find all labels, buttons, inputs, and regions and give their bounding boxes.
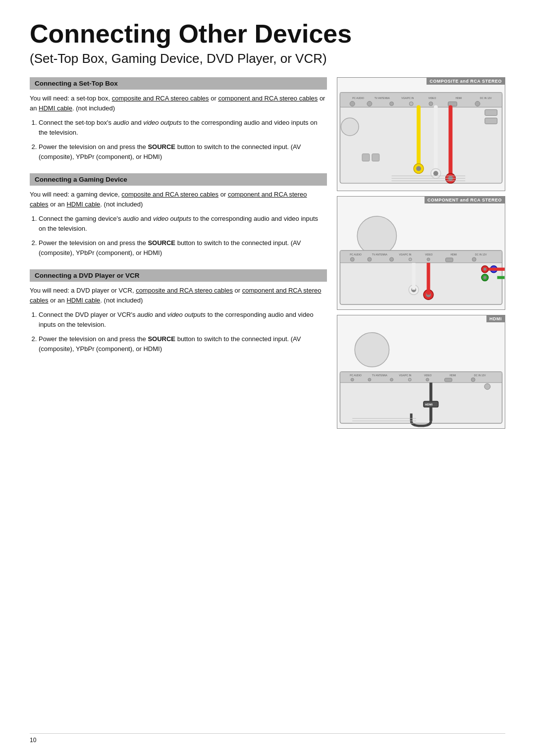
svg-text:PC AUDIO: PC AUDIO <box>352 97 364 100</box>
svg-text:VGA/PC IN: VGA/PC IN <box>401 97 414 100</box>
svg-point-8 <box>350 101 355 106</box>
page-subtitle: (Set-Top Box, Gaming Device, DVD Player,… <box>30 51 505 66</box>
svg-point-47 <box>472 257 476 261</box>
section-intro-dvd-vcr: You will need: a DVD player or VCR, comp… <box>30 286 327 305</box>
left-column: Connecting a Set-Top Box You will need: … <box>30 77 327 365</box>
svg-point-72 <box>351 378 354 381</box>
diagram-component-rca: COMPONENT and RCA STEREO PC AUDIO TV ANT… <box>337 196 505 310</box>
svg-point-74 <box>390 378 393 381</box>
svg-point-43 <box>390 257 394 261</box>
svg-point-12 <box>429 102 433 106</box>
step-2-set-top-box: Power the television on and press the SO… <box>39 142 327 161</box>
svg-rect-28 <box>372 154 379 161</box>
svg-point-41 <box>350 257 354 261</box>
svg-text:DC IN 12V: DC IN 12V <box>475 253 487 256</box>
svg-rect-27 <box>362 154 370 161</box>
section-intro-set-top-box: You will need: a set-top box, composite … <box>30 94 327 113</box>
svg-point-11 <box>409 102 413 106</box>
svg-text:PC AUDIO: PC AUDIO <box>350 374 362 377</box>
diagram-hdmi: HDMI PC AUDIO TV ANTENNA VGA/PC IN VIDEO… <box>337 315 505 429</box>
svg-text:HDMI: HDMI <box>449 374 456 377</box>
svg-text:VGA/PC IN: VGA/PC IN <box>399 253 411 256</box>
diagram-label-3: HDMI <box>486 315 505 322</box>
svg-point-49 <box>483 268 486 271</box>
svg-point-9 <box>367 101 372 106</box>
steps-gaming-device: Connect the gaming device's audio and vi… <box>39 214 327 257</box>
step-1-set-top-box: Connect the set-top box's audio and vide… <box>39 118 327 137</box>
svg-point-32 <box>357 216 396 255</box>
svg-point-44 <box>409 258 412 261</box>
page-title: Connecting Other Devices <box>30 20 505 48</box>
svg-point-42 <box>368 257 372 261</box>
page-number: 10 <box>30 737 36 744</box>
section-header-gaming-device: Connecting a Gaming Device <box>30 173 327 186</box>
svg-rect-15 <box>485 110 497 116</box>
svg-point-78 <box>471 378 475 382</box>
diagram-svg-3: PC AUDIO TV ANTENNA VGA/PC IN VIDEO HDMI… <box>337 315 505 428</box>
svg-point-20 <box>416 166 421 171</box>
section-header-dvd-vcr: Connecting a DVD Player or VCR <box>30 269 327 282</box>
steps-dvd-vcr: Connect the DVD player or VCR's audio an… <box>39 310 327 353</box>
section-set-top-box: Connecting a Set-Top Box You will need: … <box>30 77 327 161</box>
svg-point-45 <box>427 258 430 261</box>
svg-text:DC IN 12V: DC IN 12V <box>474 374 486 377</box>
svg-text:HDMI: HDMI <box>455 97 462 100</box>
svg-text:VIDEO: VIDEO <box>424 374 432 377</box>
svg-text:TV ANTENNA: TV ANTENNA <box>374 97 390 100</box>
svg-point-63 <box>355 333 389 367</box>
svg-rect-34 <box>340 251 502 263</box>
svg-rect-46 <box>446 258 453 262</box>
svg-point-75 <box>408 378 411 381</box>
svg-text:DC IN 12V: DC IN 12V <box>480 97 492 100</box>
svg-point-10 <box>390 102 394 106</box>
svg-text:PC AUDIO: PC AUDIO <box>350 253 362 256</box>
svg-rect-77 <box>445 378 452 382</box>
step-1-dvd-vcr: Connect the DVD player or VCR's audio an… <box>39 310 327 329</box>
svg-text:VIDEO: VIDEO <box>425 253 433 256</box>
bottom-divider <box>30 733 505 734</box>
section-gaming-device: Connecting a Gaming Device You will need… <box>30 173 327 257</box>
section-intro-gaming-device: You will need: a gaming device, composit… <box>30 190 327 209</box>
right-column: COMPOSITE and RCA STEREO PC AUDIO TV ANT… <box>337 77 505 429</box>
steps-set-top-box: Connect the set-top box's audio and vide… <box>39 118 327 161</box>
svg-point-14 <box>475 101 480 106</box>
section-header-set-top-box: Connecting a Set-Top Box <box>30 77 327 90</box>
svg-point-23 <box>433 171 438 176</box>
diagram-svg-2: PC AUDIO TV ANTENNA VGA/PC IN VIDEO HDMI… <box>337 197 505 309</box>
diagram-label-2: COMPONENT and RCA STEREO <box>425 197 505 203</box>
svg-rect-65 <box>340 372 502 383</box>
svg-point-17 <box>341 118 359 136</box>
svg-point-53 <box>483 276 486 279</box>
content-wrapper: Connecting a Set-Top Box You will need: … <box>30 77 505 429</box>
svg-text:VIDEO: VIDEO <box>428 97 436 100</box>
svg-text:VGA/PC IN: VGA/PC IN <box>399 374 411 377</box>
svg-rect-16 <box>485 118 497 124</box>
svg-point-73 <box>368 378 371 381</box>
diagram-composite-rca: COMPOSITE and RCA STEREO PC AUDIO TV ANT… <box>337 77 505 191</box>
diagram-svg-1: PC AUDIO TV ANTENNA VGA/PC IN VIDEO HDMI… <box>337 78 505 191</box>
svg-rect-13 <box>448 102 457 106</box>
step-2-dvd-vcr: Power the television on and press the SO… <box>39 334 327 353</box>
step-1-gaming-device: Connect the gaming device's audio and vi… <box>39 214 327 233</box>
svg-text:HDMI: HDMI <box>425 403 433 406</box>
svg-point-76 <box>426 378 429 381</box>
svg-text:TV ANTENNA: TV ANTENNA <box>372 253 388 256</box>
diagram-label-1: COMPOSITE and RCA STEREO <box>427 78 505 85</box>
svg-text:HDMI: HDMI <box>450 253 457 256</box>
svg-point-79 <box>484 384 490 390</box>
step-2-gaming-device: Power the television on and press the SO… <box>39 238 327 257</box>
section-dvd-vcr: Connecting a DVD Player or VCR You will … <box>30 269 327 353</box>
svg-text:TV ANTENNA: TV ANTENNA <box>372 374 388 377</box>
